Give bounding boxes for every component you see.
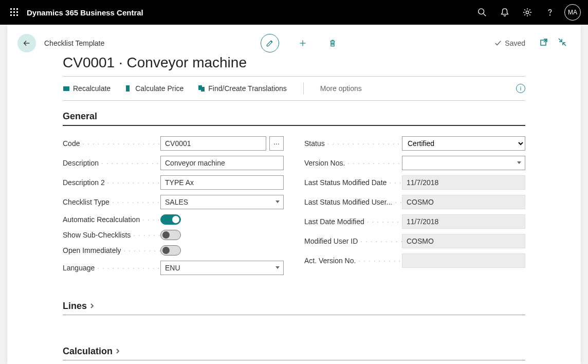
label-last-status-modified-date: Last Status Modified Date xyxy=(304,178,402,187)
svg-rect-28 xyxy=(128,88,129,89)
pop-out-icon xyxy=(540,38,548,46)
gear-icon xyxy=(523,8,532,17)
label-language: Language xyxy=(63,264,160,272)
label-show-sub-checklists: Show Sub-Checklists xyxy=(63,231,160,239)
recalculate-icon xyxy=(63,85,70,92)
label-auto-recalc: Automatic Recalculation xyxy=(63,215,160,224)
toggle-automatic-recalculation[interactable] xyxy=(160,214,181,225)
back-button[interactable] xyxy=(17,34,36,52)
input-description2[interactable] xyxy=(160,175,284,190)
page-header: Checklist Template Saved xyxy=(7,25,581,52)
label-description2: Description 2 xyxy=(63,178,160,187)
label-act-version-no: Act. Version No. xyxy=(304,257,402,265)
user-avatar[interactable]: MA xyxy=(564,4,581,21)
code-lookup-button[interactable]: ··· xyxy=(269,136,284,151)
general-form: Code ··· Description Description 2 Check… xyxy=(63,126,525,275)
select-checklist-type[interactable] xyxy=(160,195,284,209)
svg-rect-4 xyxy=(13,11,15,13)
svg-rect-6 xyxy=(10,14,12,16)
saved-label: Saved xyxy=(505,39,525,47)
saved-indicator: Saved xyxy=(494,39,525,47)
more-options-button[interactable]: More options xyxy=(320,84,362,93)
svg-rect-1 xyxy=(13,8,15,10)
separator xyxy=(303,83,304,94)
svg-line-18 xyxy=(544,39,547,42)
value-last-date-modified: 11/7/2018 xyxy=(402,214,525,229)
section-lines-header[interactable]: Lines xyxy=(63,290,525,315)
collapse-icon xyxy=(558,38,566,46)
value-act-version-no xyxy=(402,253,525,268)
svg-rect-24 xyxy=(67,87,68,88)
label-checklist-type: Checklist Type xyxy=(63,198,160,206)
app-title: Dynamics 365 Business Central xyxy=(27,8,143,17)
settings-button[interactable] xyxy=(516,0,539,25)
check-icon xyxy=(494,40,502,47)
svg-point-12 xyxy=(550,15,550,15)
svg-rect-8 xyxy=(16,14,18,16)
svg-line-19 xyxy=(559,39,562,42)
search-button[interactable] xyxy=(471,0,493,25)
select-status[interactable]: Certified xyxy=(402,136,525,151)
svg-point-11 xyxy=(526,11,528,13)
info-button[interactable]: i xyxy=(516,84,525,93)
svg-rect-3 xyxy=(10,11,12,13)
edit-button[interactable] xyxy=(261,34,279,52)
svg-rect-26 xyxy=(126,86,129,87)
label-last-date-modified: Last Date Modified xyxy=(304,217,402,226)
help-button[interactable] xyxy=(539,0,561,25)
input-version-nos[interactable] xyxy=(402,156,525,170)
page-context-label: Checklist Template xyxy=(44,39,104,47)
value-last-status-modified-user: COSMO xyxy=(402,195,525,209)
svg-rect-0 xyxy=(10,8,12,10)
app-launcher-button[interactable] xyxy=(4,8,25,16)
label-code: Code xyxy=(63,139,160,148)
global-topbar: Dynamics 365 Business Central MA xyxy=(0,0,588,25)
bell-icon xyxy=(500,8,509,17)
svg-rect-30 xyxy=(201,87,205,92)
arrow-left-icon xyxy=(22,39,31,48)
new-button[interactable] xyxy=(297,37,309,49)
label-open-immediately: Open Immediately xyxy=(63,246,160,254)
action-bar: Recalculate Calculate Price Find/Create … xyxy=(63,77,525,100)
label-last-status-modified-user: Last Status Modified User... xyxy=(304,198,402,206)
input-description[interactable] xyxy=(160,156,284,170)
svg-rect-2 xyxy=(16,8,18,10)
label-description: Description xyxy=(63,159,160,167)
waffle-icon xyxy=(10,8,19,16)
translations-icon xyxy=(198,85,205,92)
pencil-icon xyxy=(266,39,274,47)
label-modified-user-id: Modified User ID xyxy=(304,237,402,245)
svg-rect-23 xyxy=(66,87,67,88)
action-calculate-price[interactable]: Calculate Price xyxy=(125,84,183,93)
svg-rect-22 xyxy=(64,87,65,88)
delete-button[interactable] xyxy=(326,37,339,49)
select-language[interactable] xyxy=(160,261,284,275)
search-icon xyxy=(477,8,487,17)
action-recalculate[interactable]: Recalculate xyxy=(63,84,111,93)
record-title: CV0001 · Conveyor machine xyxy=(7,52,581,76)
svg-rect-27 xyxy=(126,88,127,89)
svg-rect-7 xyxy=(13,14,15,16)
trash-icon xyxy=(328,39,337,47)
input-code[interactable] xyxy=(160,136,266,151)
page-card: Checklist Template Saved CV0001 xyxy=(7,25,581,364)
plus-icon xyxy=(299,39,307,47)
svg-point-9 xyxy=(479,9,484,14)
collapse-button[interactable] xyxy=(558,38,566,48)
svg-rect-5 xyxy=(16,11,18,13)
question-icon xyxy=(545,8,555,17)
section-calculation-header[interactable]: Calculation xyxy=(63,336,525,360)
notifications-button[interactable] xyxy=(493,0,516,25)
action-find-create-translations[interactable]: Find/Create Translations xyxy=(198,84,287,93)
section-general-header[interactable]: General xyxy=(63,101,525,126)
label-status: Status xyxy=(304,139,402,148)
toggle-show-sub-checklists[interactable] xyxy=(160,230,181,240)
toggle-open-immediately[interactable] xyxy=(160,245,181,256)
value-last-status-modified-date: 11/7/2018 xyxy=(402,175,525,190)
label-version-nos: Version Nos. xyxy=(304,159,402,167)
value-modified-user-id: COSMO xyxy=(402,234,525,248)
svg-line-10 xyxy=(484,14,486,16)
svg-rect-21 xyxy=(63,86,69,91)
svg-line-20 xyxy=(563,43,566,46)
pop-out-button[interactable] xyxy=(540,38,548,48)
